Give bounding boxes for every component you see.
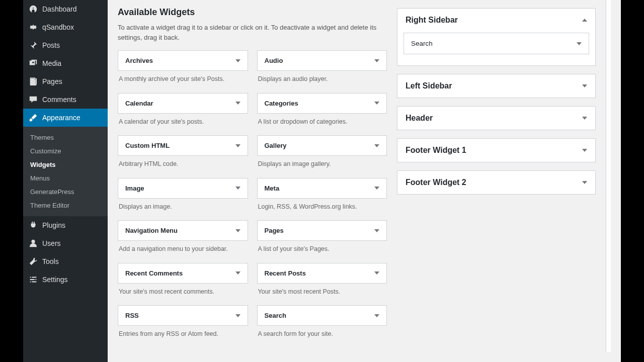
widget-categories[interactable]: Categories [257,93,387,114]
widget-title: Categories [265,100,298,107]
sidebar-item-comments[interactable]: Comments [23,90,108,109]
chevron-down-icon[interactable] [374,229,379,232]
chevron-down-icon[interactable] [577,42,582,45]
area-widget-search[interactable]: Search [404,33,589,54]
area-header[interactable]: Right Sidebar [397,9,595,32]
admin-sidebar: DashboardqSandboxPostsMediaPagesComments… [23,0,108,362]
submenu-item-widgets[interactable]: Widgets [23,158,108,171]
sidebar-item-plugins[interactable]: Plugins [23,216,108,234]
chevron-down-icon[interactable] [235,314,240,317]
chevron-down-icon[interactable] [374,59,379,62]
widget-desc: Your site's most recent comments. [118,288,248,306]
area-title: Header [406,114,433,123]
chevron-down-icon[interactable] [374,314,379,317]
widget-title: Meta [265,185,280,192]
widget-title: Search [265,312,286,319]
chevron-down-icon[interactable] [374,187,379,190]
widget-meta[interactable]: Meta [257,178,387,199]
area-header: Header [397,106,596,130]
widget-desc: Login, RSS, & WordPress.org links. [257,203,387,221]
sidebar-item-posts[interactable]: Posts [23,36,108,54]
widget-title: Image [125,185,144,192]
widget-desc: Your site's most recent Posts. [257,288,387,306]
widget-title: RSS [125,312,139,319]
widget-gallery[interactable]: Gallery [257,135,387,156]
media-icon [28,58,38,68]
widget-desc: Displays an audio player. [257,75,387,93]
widget-audio[interactable]: Audio [257,50,387,71]
chevron-down-icon[interactable] [582,117,587,120]
widget-search[interactable]: Search [257,305,387,326]
widget-title: Recent Comments [125,269,183,277]
widget-recent-comments[interactable]: Recent Comments [118,263,248,284]
chevron-down-icon[interactable] [235,59,240,62]
submenu-item-generatepress[interactable]: GeneratePress [23,185,108,199]
area-header[interactable]: Footer Widget 2 [397,171,595,194]
sidebar-item-label: Plugins [42,221,65,229]
page-icon [28,76,38,86]
widget-archives[interactable]: Archives [118,50,248,71]
chevron-down-icon[interactable] [374,144,379,147]
widget-title: Recent Posts [265,269,306,277]
area-header[interactable]: Header [397,107,595,130]
widgets-grid: ArchivesA monthly archive of your site's… [118,50,387,348]
right-edge-panel [606,0,611,352]
widget-column-right: AudioDisplays an audio player.Categories… [257,50,387,348]
widget-column-left: ArchivesA monthly archive of your site's… [118,50,248,348]
dashboard-icon [28,4,38,14]
chevron-down-icon[interactable] [235,144,240,147]
area-right-sidebar: Right SidebarSearch [397,8,596,66]
widget-calendar[interactable]: Calendar [118,93,248,114]
widget-custom-html[interactable]: Custom HTML [118,135,248,156]
area-footer-widget-2: Footer Widget 2 [397,170,596,195]
settings-icon [28,275,38,285]
chevron-down-icon[interactable] [582,181,587,184]
area-header[interactable]: Footer Widget 1 [397,139,595,162]
sidebar-item-label: Users [42,239,61,247]
sidebar-item-media[interactable]: Media [23,54,108,72]
chevron-down-icon[interactable] [582,84,587,87]
submenu-item-themes[interactable]: Themes [23,131,108,144]
sidebar-areas-column: Right SidebarSearchLeft SidebarHeaderFoo… [397,0,596,352]
chevron-down-icon[interactable] [235,102,240,105]
sidebar-item-settings[interactable]: Settings [23,270,108,289]
chevron-down-icon[interactable] [374,272,379,275]
widget-title: Navigation Menu [125,227,178,234]
area-header[interactable]: Left Sidebar [397,74,595,98]
widget-title: Calendar [125,100,153,107]
sidebar-item-qsandbox[interactable]: qSandbox [23,18,108,36]
widget-desc: Arbitrary HTML code. [118,160,248,178]
chevron-down-icon[interactable] [235,272,240,275]
submenu-item-menus[interactable]: Menus [23,171,108,185]
plugin-icon [28,220,38,230]
widget-image[interactable]: Image [118,178,248,199]
chevron-down-icon[interactable] [582,149,587,152]
chevron-down-icon[interactable] [374,102,379,105]
sidebar-item-label: Pages [42,77,62,85]
sidebar-item-label: Appearance [42,114,80,122]
widget-pages[interactable]: Pages [257,220,387,241]
sidebar-item-appearance[interactable]: Appearance [23,109,108,127]
sidebar-item-label: Settings [42,276,68,284]
sidebar-item-pages[interactable]: Pages [23,72,108,90]
widget-title: Audio [265,57,283,64]
submenu-item-customize[interactable]: Customize [23,144,108,158]
widget-rss[interactable]: RSS [118,305,248,326]
widget-desc: A search form for your site. [257,330,387,348]
widget-title: Archives [125,57,153,64]
widget-desc: A monthly archive of your site's Posts. [118,75,248,93]
chevron-down-icon[interactable] [235,187,240,190]
submenu-item-theme-editor[interactable]: Theme Editor [23,199,108,212]
sidebar-item-label: Comments [42,96,76,104]
svg-point-0 [31,240,35,243]
available-widgets-title: Available Widgets [118,7,387,18]
widget-desc: A list or dropdown of categories. [257,118,387,136]
available-widgets-desc: To activate a widget drag it to a sideba… [118,23,387,42]
sidebar-item-dashboard[interactable]: Dashboard [23,0,108,18]
sidebar-item-tools[interactable]: Tools [23,252,108,270]
chevron-up-icon[interactable] [582,19,587,22]
widget-navigation-menu[interactable]: Navigation Menu [118,220,248,241]
chevron-down-icon[interactable] [235,229,240,232]
widget-recent-posts[interactable]: Recent Posts [257,263,387,284]
sidebar-item-users[interactable]: Users [23,234,108,252]
